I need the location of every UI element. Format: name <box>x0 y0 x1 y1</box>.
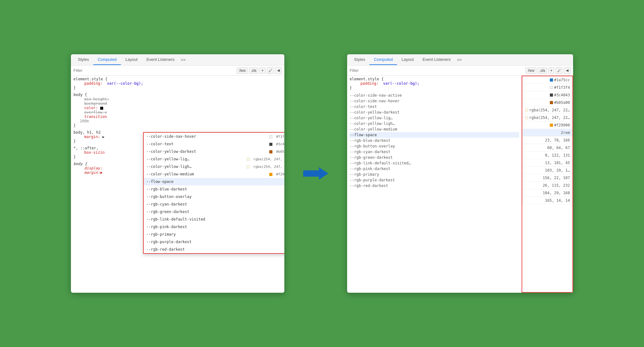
right-tabs-bar: Styles Computed Layout Event Listeners >… <box>347 54 573 66</box>
autocomplete-item-rgb-red-darkest[interactable]: --rgb-red-darkest <box>144 246 284 253</box>
tab-styles-left[interactable]: Styles <box>73 55 93 65</box>
autocomplete-item-rgb-blue-darkest[interactable]: --rgb-blue-darkest <box>144 185 284 193</box>
r-rgb-button-overlay: --rgb-button-overlay <box>350 143 519 149</box>
tab-styles-right[interactable]: Styles <box>350 55 369 65</box>
swatch-r-fef7e0-2 <box>525 116 528 119</box>
blue-arrow-svg <box>303 166 328 181</box>
left-hov-button[interactable]: :hov <box>237 67 248 74</box>
r-flow-space: --flow-space <box>350 132 519 138</box>
computed-val-yellow-lig: rgba(254, 247, 22… <box>523 106 572 114</box>
r-rgb-blue-darkest: --rgb-blue-darkest <box>350 138 519 143</box>
swatch-r-fef7e0-1 <box>525 109 528 112</box>
computed-val-rgb-link: 103, 29, 1… <box>523 167 572 174</box>
swatch-r-b05a00 <box>550 101 553 104</box>
computed-val-active: #1a75cc <box>523 76 572 84</box>
right-cls-button[interactable]: .cls <box>538 67 547 74</box>
tab-event-listeners-right[interactable]: Event Listeners <box>418 55 455 65</box>
tab-layout-right[interactable]: Layout <box>397 55 418 65</box>
left-toggle-icon[interactable]: ◀ <box>275 67 282 74</box>
left-cls-button[interactable]: .cls <box>249 67 258 74</box>
right-add-button[interactable]: + <box>548 67 554 74</box>
r-color-text: --color-text <box>350 104 519 109</box>
tab-computed-left[interactable]: Computed <box>93 55 121 65</box>
right-filter-bar: :hov .cls + 🖊 ◀ <box>347 66 573 76</box>
r-rgb-pink-darkest: --rgb-pink-darkest <box>350 166 519 172</box>
tab-layout-left[interactable]: Layout <box>121 55 142 65</box>
tab-more-left[interactable]: >> <box>179 55 187 65</box>
r-rgb-cyan-darkest: --rgb-cyan-darkest <box>350 149 519 155</box>
r-color-yellow-medium: --color-yellow-medium <box>350 126 519 132</box>
computed-val-rgb-green: 13, 101, 45 <box>523 159 572 167</box>
autocomplete-item-rgb-green-darkest[interactable]: --rgb-green-darkest <box>144 208 284 216</box>
tab-event-listeners-left[interactable]: Event Listeners <box>142 55 179 65</box>
left-tabs-bar: Styles Computed Layout Event Listeners >… <box>71 54 284 66</box>
computed-val-text: #3c4043 <box>523 91 572 99</box>
computed-val-rgb-purple: 104, 29, 168 <box>523 189 572 197</box>
right-panel: Styles Computed Layout Event Listeners >… <box>347 54 573 293</box>
arrow-indicator <box>303 166 328 181</box>
computed-values-panel: #1a75cc #f1f3f4 #3c4043 #b05a00 <box>522 76 573 293</box>
autocomplete-item-yellow-ligh[interactable]: --color-yellow-ligh… rgba(254, 247, 22… <box>144 163 284 170</box>
computed-val-side-nav-hover: #f1f3f4 <box>523 84 572 91</box>
right-styles-main: element.style { padding: var(--color-bg)… <box>347 76 522 293</box>
autocomplete-item-yellow-lig[interactable]: --color-yellow-lig… rgba(254, 247, 22… <box>144 155 284 163</box>
r-color-yellow-darkest: --color-yellow-darkest <box>350 109 519 115</box>
autocomplete-item-yellow-medium[interactable]: --color-yellow-medium #f29900 <box>144 170 284 178</box>
r-rgb-primary: --rgb-primary <box>350 172 519 177</box>
left-panel: Styles Computed Layout Event Listeners >… <box>71 54 284 293</box>
r-color-side-nav-active: --color-side-nav-active <box>350 93 519 98</box>
computed-val-rgb-red: 165, 14, 14 <box>523 197 572 204</box>
autocomplete-item-rgb-primary[interactable]: --rgb-primary <box>144 231 284 238</box>
left-add-button[interactable]: + <box>260 67 266 74</box>
r-color-yellow-lig: --color-yellow-lig… <box>350 115 519 121</box>
computed-val-yellow-darkest: #b05a00 <box>523 99 572 106</box>
svg-marker-0 <box>303 167 328 180</box>
autocomplete-dropdown: --color-side-nav-hover #f1f3f4 --color-t… <box>143 132 284 254</box>
swatch-fef7e0-1 <box>247 158 250 161</box>
r-rgb-link-default-visited: --rgb-link-default-visited… <box>350 160 519 166</box>
left-paint-icon[interactable]: 🖊 <box>267 67 274 74</box>
autocomplete-item-rgb-purple-darkest[interactable]: --rgb-purple-darkest <box>144 238 284 246</box>
computed-values-list: #1a75cc #f1f3f4 #3c4043 #b05a00 <box>522 76 572 204</box>
autocomplete-item-rgb-link-default-visited[interactable]: --rgb-link-default-visited <box>144 216 284 223</box>
autocomplete-item-flow-space[interactable]: --flow-space <box>144 178 284 185</box>
swatch-3c4043 <box>269 143 272 146</box>
left-filter-bar: :hov .cls + 🖊 ◀ <box>71 66 284 76</box>
right-styles-content: element.style { padding: var(--color-bg)… <box>347 76 573 293</box>
computed-val-rgb-primary: 26, 115, 232 <box>523 182 572 189</box>
autocomplete-item-color-text[interactable]: --color-text #3c4043 <box>144 140 284 148</box>
computed-val-rgb-cyan: 0, 122, 131 <box>523 152 572 159</box>
computed-val-yellow-ligh: rgba(254, 247, 22… <box>523 114 572 121</box>
autocomplete-item-rgb-pink-darkest[interactable]: --rgb-pink-darkest <box>144 223 284 231</box>
swatch-f1f3f4 <box>269 135 272 138</box>
swatch-r-f1f3f4 <box>550 86 553 89</box>
swatch-r-3c4043 <box>550 93 553 97</box>
element-style-rule: element.style { padding: var(--color-bg)… <box>73 77 282 90</box>
right-hov-button[interactable]: :hov <box>525 67 536 74</box>
body-rule-1: body { min-height: background color: ove… <box>73 93 282 128</box>
color-swatch-black <box>100 107 103 110</box>
r-color-yellow-ligh: --color-yellow-ligh… <box>350 121 519 126</box>
tab-computed-right[interactable]: Computed <box>369 55 397 65</box>
autocomplete-item-rgb-cyan-darkest[interactable]: --rgb-cyan-darkest <box>144 200 284 208</box>
r-rgb-purple-darkest: --rgb-purple-darkest <box>350 177 519 183</box>
right-toggle-icon[interactable]: ◀ <box>564 67 571 74</box>
autocomplete-item-yellow-darkest[interactable]: --color-yellow-darkest #b05a00 <box>144 148 284 155</box>
computed-val-flow-space: 2rem <box>523 129 572 136</box>
right-paint-icon[interactable]: 🖊 <box>555 67 562 74</box>
r-color-side-nav-hover: --color-side-nav-hover <box>350 98 519 104</box>
left-styles-content: element.style { padding: var(--color-bg)… <box>71 76 284 293</box>
swatch-fef7e0-2 <box>247 165 250 168</box>
r-rgb-red-darkest: --rgb-red-darkest <box>350 183 519 189</box>
left-devtools-panel: Styles Computed Layout Event Listeners >… <box>71 54 284 293</box>
swatch-f29900 <box>269 173 272 176</box>
autocomplete-item-color-side-nav-hover[interactable]: --color-side-nav-hover #f1f3f4 <box>144 133 284 140</box>
tab-more-right[interactable]: >> <box>455 55 464 65</box>
swatch-r-f29900 <box>550 124 553 127</box>
r-rgb-green-darkest: --rgb-green-darkest <box>350 155 519 160</box>
left-filter-input[interactable] <box>73 68 235 73</box>
r-element-style-rule: element.style { padding: var(--color-bg)… <box>350 77 519 90</box>
autocomplete-item-rgb-button-overlay[interactable]: --rgb-button-overlay <box>144 193 284 200</box>
computed-val-rgb-pink: 156, 22, 107 <box>523 174 572 182</box>
right-filter-input[interactable] <box>350 68 524 73</box>
